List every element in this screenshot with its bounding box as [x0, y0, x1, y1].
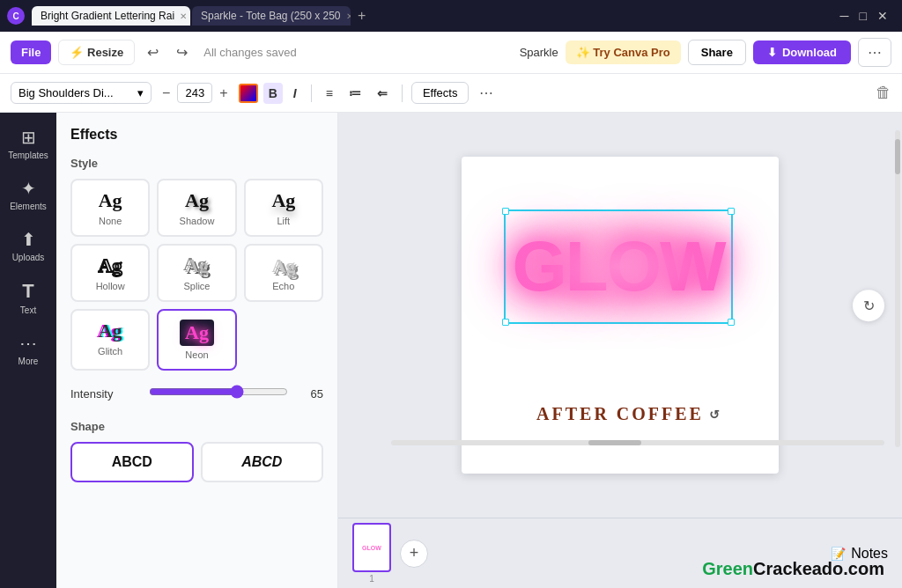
app-logo: C	[7, 7, 25, 25]
style-lift-preview: Ag	[271, 189, 295, 212]
page-1-number: 1	[369, 574, 374, 584]
vertical-scrollbar[interactable]	[895, 130, 900, 447]
canvas-background: GLOW AFTER COFFEE ↺	[462, 157, 779, 474]
style-hollow[interactable]: Ag Hollow	[70, 244, 150, 302]
style-lift-label: Lift	[277, 216, 290, 226]
download-icon: ⬇	[767, 46, 777, 59]
font-selector[interactable]: Big Shoulders Di... ▾	[11, 82, 152, 104]
effects-button[interactable]: Effects	[411, 82, 469, 104]
resize-button[interactable]: ⚡ Resize	[58, 40, 135, 65]
style-echo-preview: Ag	[271, 254, 295, 277]
font-size-increase[interactable]: +	[214, 84, 233, 103]
tab-1[interactable]: Bright Gradient Lettering Rai ✕	[32, 6, 190, 26]
style-section-label: Style	[70, 157, 323, 170]
templates-icon: ⊞	[21, 127, 36, 148]
maximize-button[interactable]: □	[860, 9, 867, 23]
glow-selection-box[interactable]: GLOW	[504, 209, 733, 324]
close-button[interactable]: ✕	[877, 9, 888, 23]
notes-bar[interactable]: 📝 Notes	[831, 546, 888, 562]
share-button[interactable]: Share	[688, 40, 746, 65]
shape-normal-label: ABCD	[112, 454, 152, 470]
delete-button[interactable]: 🗑	[876, 84, 891, 102]
sidebar-item-uploads[interactable]: ⬆ Uploads	[0, 222, 56, 269]
handle-br[interactable]	[728, 319, 735, 326]
style-echo-label: Echo	[272, 281, 294, 291]
undo-button[interactable]: ↩	[142, 40, 164, 64]
canvas-container[interactable]: GLOW AFTER COFFEE ↺ ↻	[338, 113, 902, 518]
intensity-slider-wrap	[149, 385, 288, 402]
try-canva-pro-button[interactable]: ✨ Try Canva Pro	[566, 40, 681, 64]
icon-sidebar: ⊞ Templates ✦ Elements ⬆ Uploads T Text …	[0, 113, 56, 588]
handle-tr[interactable]	[728, 208, 735, 215]
download-button[interactable]: ⬇ Download	[753, 40, 851, 64]
intensity-row: Intensity 65	[70, 385, 323, 402]
page-1-thumbnail[interactable]: GLOW	[352, 523, 391, 572]
style-echo[interactable]: Ag Echo	[244, 244, 323, 302]
font-size-control: − +	[157, 83, 233, 103]
redo-button[interactable]: ↪	[171, 40, 193, 64]
more-icon: ⋯	[19, 333, 37, 354]
style-splice[interactable]: Ag Splice	[157, 244, 236, 302]
refresh-button[interactable]: ↻	[853, 290, 884, 321]
after-coffee-text[interactable]: AFTER COFFEE ↺	[536, 404, 704, 424]
list-button[interactable]: ≔	[344, 83, 366, 104]
title-bar: C Bright Gradient Lettering Rai ✕ Sparkl…	[0, 0, 902, 32]
intensity-slider[interactable]	[149, 385, 288, 399]
glow-background	[506, 211, 731, 322]
style-none-preview: Ag	[99, 189, 122, 212]
style-neon-label: Neon	[185, 349, 208, 360]
save-status: All changes saved	[203, 46, 297, 59]
shape-normal[interactable]: ABCD	[70, 442, 194, 482]
sidebar-item-elements[interactable]: ✦ Elements	[0, 171, 56, 218]
sidebar-templates-label: Templates	[8, 151, 48, 160]
style-glitch[interactable]: Ag Glitch	[70, 309, 150, 371]
chevron-down-icon: ▾	[137, 86, 144, 99]
separator-2	[402, 85, 403, 102]
style-splice-preview: Ag	[185, 254, 209, 277]
font-size-decrease[interactable]: −	[157, 84, 175, 103]
sidebar-uploads-label: Uploads	[12, 253, 45, 262]
style-shadow-label: Shadow	[180, 216, 215, 226]
style-none[interactable]: Ag None	[70, 179, 150, 237]
toolbar: File ⚡ Resize ↩ ↪ All changes saved Spar…	[0, 32, 902, 74]
notes-label: Notes	[851, 546, 888, 562]
style-shadow[interactable]: Ag Shadow	[157, 179, 236, 237]
shape-italic[interactable]: ABCD	[201, 442, 324, 482]
format-more-button[interactable]: ⋯	[474, 81, 499, 105]
list2-button[interactable]: ⇐	[372, 83, 393, 104]
add-page-button[interactable]: +	[400, 540, 428, 568]
add-tab-button[interactable]: +	[352, 8, 371, 24]
minimize-button[interactable]: ─	[840, 9, 849, 23]
tab-2-close[interactable]: ✕	[346, 11, 351, 21]
rotate-icon[interactable]: ↺	[709, 407, 723, 422]
tab-1-close[interactable]: ✕	[180, 11, 187, 21]
style-lift[interactable]: Ag Lift	[244, 179, 323, 237]
style-hollow-label: Hollow	[96, 281, 125, 291]
format-bar: Big Shoulders Di... ▾ − + B I ≡ ≔ ⇐ Effe…	[0, 74, 902, 113]
scrollbar-thumb[interactable]	[895, 139, 900, 174]
shape-italic-label: ABCD	[241, 454, 282, 470]
italic-button[interactable]: I	[288, 83, 302, 104]
style-none-label: None	[99, 216, 122, 226]
align-button[interactable]: ≡	[321, 83, 338, 104]
sidebar-item-more[interactable]: ⋯ More	[0, 326, 56, 373]
panel-title: Effects	[70, 127, 323, 143]
notes-icon: 📝	[831, 547, 846, 561]
sidebar-elements-label: Elements	[10, 202, 47, 211]
bold-button[interactable]: B	[263, 83, 283, 104]
intensity-value: 65	[297, 387, 323, 401]
file-button[interactable]: File	[11, 40, 51, 64]
sidebar-item-text[interactable]: T Text	[0, 273, 56, 322]
tab-2[interactable]: Sparkle - Tote Bag (250 x 250 ✕	[192, 6, 351, 26]
sidebar-item-templates[interactable]: ⊞ Templates	[0, 120, 56, 167]
style-neon[interactable]: Ag Neon	[157, 309, 236, 371]
more-options-button[interactable]: ⋯	[858, 38, 891, 67]
font-size-input[interactable]	[177, 83, 212, 103]
handle-tl[interactable]	[502, 208, 509, 215]
text-color-swatch[interactable]	[239, 84, 258, 103]
h-scrollbar-thumb[interactable]	[588, 440, 641, 445]
sparkle-label: Sparkle	[520, 46, 558, 59]
separator-1	[311, 85, 312, 102]
handle-bl[interactable]	[502, 319, 509, 326]
horizontal-scrollbar[interactable]	[391, 440, 884, 445]
